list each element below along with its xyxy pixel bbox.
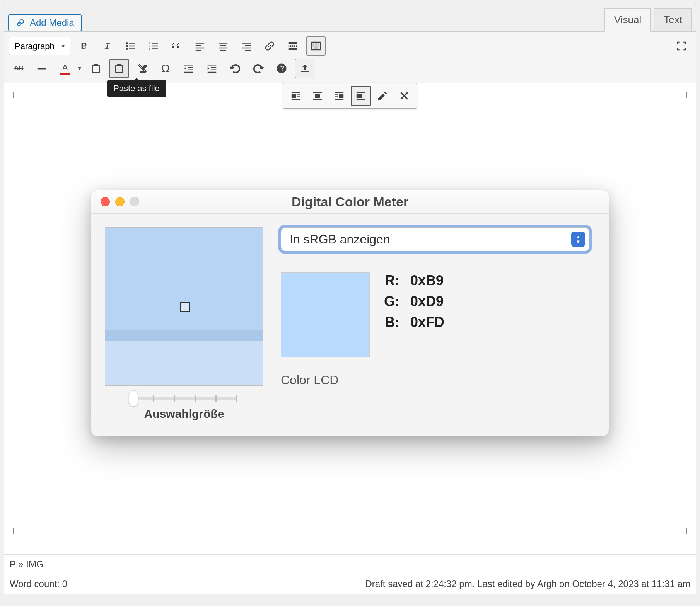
svg-rect-19 bbox=[220, 50, 226, 51]
stepper-arrows-icon: ▲▼ bbox=[571, 232, 585, 247]
svg-rect-24 bbox=[289, 42, 297, 44]
svg-rect-61 bbox=[335, 99, 344, 100]
svg-rect-56 bbox=[313, 99, 322, 100]
link-button[interactable] bbox=[260, 36, 279, 56]
svg-rect-23 bbox=[245, 50, 251, 51]
image-align-left-button[interactable] bbox=[286, 86, 306, 106]
image-align-center-button[interactable] bbox=[307, 86, 328, 106]
italic-button[interactable] bbox=[97, 36, 117, 56]
svg-rect-26 bbox=[289, 48, 297, 50]
aperture-size-slider bbox=[132, 397, 236, 400]
toolbar-toggle-button[interactable] bbox=[306, 36, 326, 56]
add-media-button[interactable]: Add Media bbox=[8, 14, 82, 31]
editor-container: Add Media Visual Text Paragraph 123 bbox=[4, 4, 696, 594]
fullscreen-button[interactable] bbox=[672, 36, 691, 56]
color-space-value: In sRGB anzeigen bbox=[290, 232, 390, 247]
tab-visual[interactable]: Visual bbox=[604, 8, 651, 32]
upload-button[interactable] bbox=[295, 59, 314, 78]
undo-button[interactable] bbox=[225, 59, 245, 78]
numbered-list-button[interactable]: 123 bbox=[144, 36, 163, 56]
status-bar: Word count: 0 Draft saved at 2:24:32 pm.… bbox=[4, 574, 696, 594]
svg-rect-31 bbox=[312, 46, 314, 47]
svg-point-1 bbox=[126, 45, 128, 47]
svg-rect-21 bbox=[245, 45, 251, 46]
top-bar: Add Media Visual Text bbox=[4, 4, 696, 31]
svg-rect-60 bbox=[335, 96, 338, 97]
svg-rect-28 bbox=[312, 44, 314, 45]
svg-rect-42 bbox=[184, 72, 193, 73]
strikethrough-button[interactable]: ABC bbox=[9, 59, 28, 78]
redo-button[interactable] bbox=[249, 59, 268, 78]
svg-rect-15 bbox=[196, 50, 201, 51]
blockquote-button[interactable] bbox=[167, 36, 186, 56]
mac-titlebar: Digital Color Meter bbox=[91, 190, 609, 214]
read-more-button[interactable] bbox=[283, 36, 302, 56]
resize-handle-br[interactable] bbox=[681, 528, 687, 534]
color-space-dropdown: In sRGB anzeigen ▲▼ bbox=[281, 227, 589, 251]
image-align-none-button[interactable] bbox=[351, 86, 371, 106]
align-left-button[interactable] bbox=[190, 36, 210, 56]
element-path-bar[interactable]: P » IMG bbox=[4, 555, 696, 574]
svg-rect-64 bbox=[357, 99, 365, 100]
text-color-dropdown[interactable]: ▼ bbox=[77, 65, 82, 71]
svg-rect-25 bbox=[289, 46, 297, 47]
bullet-list-button[interactable] bbox=[121, 36, 140, 56]
tooltip-paste-as-file: Paste as file bbox=[107, 80, 166, 97]
paste-text-button[interactable]: T bbox=[86, 59, 106, 78]
bold-button[interactable] bbox=[74, 36, 94, 56]
svg-rect-13 bbox=[196, 45, 201, 46]
svg-rect-37 bbox=[38, 68, 46, 70]
svg-rect-4 bbox=[129, 46, 135, 47]
mac-window-title: Digital Color Meter bbox=[91, 194, 609, 209]
svg-rect-49 bbox=[292, 92, 300, 93]
image-align-right-button[interactable] bbox=[329, 86, 349, 106]
format-select[interactable]: Paragraph bbox=[9, 37, 70, 55]
image-floating-toolbar bbox=[283, 83, 417, 109]
resize-handle-tr[interactable] bbox=[681, 92, 687, 98]
special-character-button[interactable]: Ω bbox=[156, 59, 175, 78]
paste-as-file-button[interactable] bbox=[109, 59, 129, 78]
svg-rect-51 bbox=[297, 94, 300, 95]
svg-point-2 bbox=[126, 48, 128, 50]
align-right-button[interactable] bbox=[237, 36, 256, 56]
editor-tabs: Visual Text bbox=[604, 8, 692, 31]
image-remove-button[interactable] bbox=[394, 86, 414, 106]
svg-text:3: 3 bbox=[149, 47, 151, 51]
svg-rect-10 bbox=[152, 46, 158, 47]
svg-point-0 bbox=[126, 42, 128, 44]
svg-rect-17 bbox=[220, 45, 226, 46]
svg-text:?: ? bbox=[280, 65, 284, 72]
svg-rect-32 bbox=[315, 46, 317, 47]
image-edit-button[interactable] bbox=[372, 86, 393, 106]
rgb-values: R:0xB9 G:0xD9 B:0xFD bbox=[383, 272, 444, 335]
text-color-button[interactable]: A bbox=[55, 59, 75, 78]
add-media-label: Add Media bbox=[30, 17, 74, 28]
svg-rect-11 bbox=[152, 48, 158, 49]
svg-rect-57 bbox=[335, 92, 344, 93]
help-button[interactable]: ? bbox=[272, 59, 291, 78]
align-center-button[interactable] bbox=[213, 36, 233, 56]
svg-rect-14 bbox=[196, 48, 205, 49]
svg-rect-58 bbox=[339, 94, 343, 98]
slider-label: Auswahlgröße bbox=[144, 407, 224, 420]
tab-text[interactable]: Text bbox=[654, 8, 692, 31]
resize-handle-tl[interactable] bbox=[13, 92, 19, 98]
svg-rect-29 bbox=[315, 44, 317, 45]
svg-rect-62 bbox=[357, 92, 365, 93]
indent-button[interactable] bbox=[202, 59, 222, 78]
svg-rect-16 bbox=[219, 43, 228, 44]
svg-rect-50 bbox=[292, 94, 296, 98]
outdent-button[interactable] bbox=[179, 59, 198, 78]
horizontal-rule-button[interactable] bbox=[32, 59, 51, 78]
media-icon bbox=[16, 17, 27, 28]
svg-text:T: T bbox=[94, 67, 97, 73]
svg-rect-30 bbox=[318, 44, 319, 45]
resize-handle-bl[interactable] bbox=[13, 528, 19, 534]
svg-rect-63 bbox=[357, 94, 362, 98]
editor-content[interactable]: Digital Color Meter bbox=[4, 83, 696, 555]
clear-formatting-button[interactable] bbox=[133, 59, 152, 78]
selected-image-frame[interactable]: Digital Color Meter bbox=[16, 95, 684, 531]
svg-rect-34 bbox=[314, 48, 319, 49]
magnifier-view bbox=[105, 227, 263, 386]
svg-rect-59 bbox=[335, 94, 338, 95]
